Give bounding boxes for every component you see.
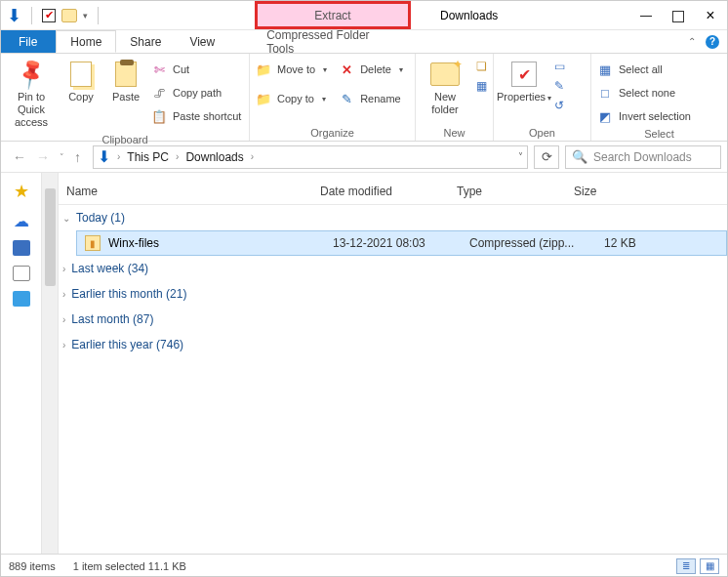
copy-path-button[interactable]: 🖇 Copy path [151,83,241,103]
file-date: 13-12-2021 08:03 [333,236,469,250]
copy-to-button[interactable]: 📁 Copy to▾ [256,89,327,108]
group-today[interactable]: ⌄ Today (1) [59,205,727,230]
status-item-count: 889 items [9,560,56,572]
group-label-new: New [422,125,487,139]
column-header-type[interactable]: Type [457,185,574,198]
select-none-button[interactable]: □ Select none [597,83,691,103]
copy-icon [70,62,92,87]
sidebar-quick-access-icon[interactable]: ★ [14,181,29,202]
nav-sidebar: ★ ☁ [1,173,42,554]
group-earlier-month[interactable]: › Earlier this month (21) [59,281,727,307]
sidebar-this-pc-icon[interactable] [13,240,30,256]
group-label-select: Select [597,126,721,140]
nav-history-dropdown[interactable]: ˅ [60,152,64,162]
address-location-icon: ⬇ [98,147,110,166]
open-icon[interactable]: ▭ [554,60,565,73]
nav-up-button[interactable]: ↑ [74,149,81,165]
refresh-button[interactable]: ⟳ [534,145,559,169]
select-all-icon: ▦ [597,62,613,77]
rename-icon: ✎ [339,91,354,106]
scissors-icon: ✄ [151,62,167,77]
column-header-size[interactable]: Size [574,185,719,198]
help-icon[interactable]: ? [706,35,719,49]
group-label-clipboard: Clipboard [7,132,243,145]
nav-back-button[interactable]: ← [13,149,26,165]
qa-checkbox[interactable]: ✔ [42,9,56,22]
ribbon-collapse-icon[interactable]: ⌃ [688,36,696,47]
group-label-open: Open [500,125,585,139]
file-name: Winx-files [108,236,333,250]
quick-access-toolbar: ⬇ ✔ ▾ [1,5,108,26]
tab-share[interactable]: Share [116,30,176,53]
tab-view[interactable]: View [176,30,229,53]
close-button[interactable]: × [702,7,719,24]
nav-forward-button[interactable]: → [36,149,50,165]
sidebar-drive-icon[interactable] [13,266,30,281]
new-folder-icon [430,62,460,86]
edit-icon[interactable]: ✎ [554,79,565,93]
copy-path-icon: 🖇 [151,85,167,101]
chevron-right-icon: › [62,340,65,350]
chevron-right-icon: › [62,289,65,300]
address-dropdown-icon[interactable]: ˅ [518,151,523,162]
search-icon: 🔍 [572,149,587,164]
pin-icon: 📌 [11,54,52,95]
paste-button[interactable]: Paste [106,58,145,105]
breadcrumb-downloads[interactable]: Downloads [185,150,243,164]
app-icon: ⬇ [7,5,21,26]
qa-dropdown-icon[interactable]: ▾ [83,11,88,21]
copy-to-icon: 📁 [256,91,271,106]
maximize-button[interactable] [672,11,684,22]
sidebar-onedrive-icon[interactable]: ☁ [14,212,29,230]
status-selection: 1 item selected 11.1 KB [73,560,186,572]
group-last-week[interactable]: › Last week (34) [59,256,727,281]
zip-file-icon: ▮ [85,235,101,251]
view-details-button[interactable]: ≣ [676,558,696,574]
properties-button[interactable]: ✔ Properties▾ [500,58,548,105]
delete-icon: ✕ [339,62,354,77]
column-header-date[interactable]: Date modified [320,185,457,198]
group-earlier-year[interactable]: › Earlier this year (746) [59,332,727,357]
tab-compressed-tools[interactable]: Compressed Folder Tools [253,30,409,53]
group-label-organize: Organize [256,125,409,139]
qa-folder-icon[interactable] [61,9,77,22]
history-icon[interactable]: ↺ [554,99,565,112]
cut-button[interactable]: ✄ Cut [151,60,241,79]
select-none-icon: □ [597,85,613,101]
search-placeholder: Search Downloads [593,150,692,164]
new-folder-button[interactable]: New folder [422,58,468,118]
column-header-name[interactable]: Name [66,185,320,198]
breadcrumb-this-pc[interactable]: This PC [127,150,169,164]
move-to-button[interactable]: 📁 Move to▾ [256,60,327,79]
chevron-right-icon: › [62,264,65,274]
tab-home[interactable]: Home [56,30,116,53]
paste-shortcut-button[interactable]: 📋 Paste shortcut [151,106,241,126]
easy-access-icon[interactable]: ▦ [476,79,487,93]
contextual-tab-extract[interactable]: Extract [255,1,411,29]
chevron-down-icon: ⌄ [62,213,70,224]
select-all-button[interactable]: ▦ Select all [597,60,691,79]
file-row-selected[interactable]: ▮ Winx-files 13-12-2021 08:03 Compressed… [76,230,727,256]
invert-selection-icon: ◩ [597,108,613,124]
paste-icon [115,62,137,87]
group-last-month[interactable]: › Last month (87) [59,307,727,332]
new-item-icon[interactable]: ❏ [476,60,487,73]
move-to-icon: 📁 [256,62,271,77]
minimize-button[interactable]: — [637,9,655,22]
copy-button[interactable]: Copy [61,58,101,105]
sidebar-scrollbar[interactable] [42,173,59,554]
sidebar-network-icon[interactable] [13,291,30,307]
chevron-right-icon: › [62,314,65,325]
file-type: Compressed (zipp... [469,236,586,250]
view-large-icons-button[interactable]: ▦ [700,558,719,574]
tab-file[interactable]: File [1,30,56,53]
pin-quick-access-button[interactable]: 📌 Pin to Quick access [7,58,56,132]
invert-selection-button[interactable]: ◩ Invert selection [597,106,691,126]
delete-button[interactable]: ✕ Delete▾ [339,60,403,79]
rename-button[interactable]: ✎ Rename [339,89,403,108]
paste-shortcut-icon: 📋 [151,108,167,124]
file-size: 12 KB [586,236,718,250]
address-bar[interactable]: ⬇ › This PC › Downloads › ˅ [93,145,528,169]
search-box[interactable]: 🔍 Search Downloads [565,145,721,169]
window-title: Downloads [440,9,498,22]
